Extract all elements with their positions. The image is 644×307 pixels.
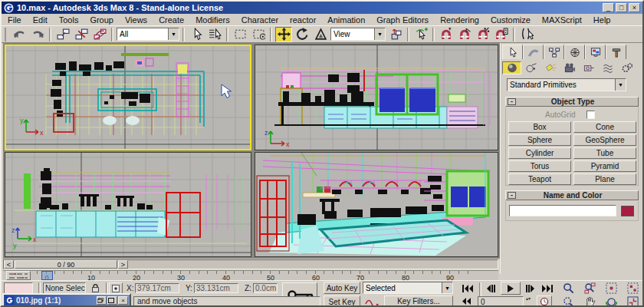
z-coordinate-field[interactable]: 0.0cm (253, 283, 278, 293)
minimized-render-window[interactable]: 010.jpg (1:1) × (2, 293, 131, 307)
go-to-start-icon[interactable] (459, 282, 476, 294)
key-mode-toggle-icon[interactable] (459, 295, 475, 307)
arc-rotate-icon[interactable] (601, 295, 621, 307)
geometry-category-icon[interactable] (502, 61, 521, 74)
maximize-window-icon[interactable] (107, 296, 117, 305)
helpers-category-icon[interactable] (579, 61, 598, 74)
menu-item-views[interactable]: Views (125, 15, 147, 25)
select-by-name-icon[interactable] (206, 27, 223, 42)
bind-to-space-warp-icon[interactable] (91, 27, 108, 42)
redo-icon[interactable] (29, 27, 46, 42)
hierarchy-tab[interactable] (544, 45, 564, 59)
previous-frame-button[interactable]: < (4, 260, 14, 269)
percent-snap-toggle-icon[interactable] (475, 27, 491, 42)
angle-snap-toggle-icon[interactable] (456, 27, 473, 42)
default-in-out-tangents-icon[interactable] (363, 295, 381, 307)
plane-button[interactable]: Plane (573, 173, 636, 185)
selection-lock-icon[interactable] (89, 282, 102, 294)
zoom-icon[interactable] (558, 282, 578, 294)
previous-frame-step-icon[interactable] (482, 282, 499, 294)
y-coordinate-field[interactable]: 33.131cm (194, 283, 238, 293)
dropdown-arrow-icon[interactable]: ▼ (168, 28, 179, 40)
object-color-swatch[interactable] (621, 206, 634, 216)
next-frame-button[interactable]: > (118, 260, 128, 269)
selection-filter-dropdown[interactable]: All ▼ (117, 28, 179, 41)
select-and-link-icon[interactable] (54, 27, 71, 42)
set-key-button[interactable]: Set Key (324, 295, 360, 307)
cylinder-button[interactable]: Cylinder (508, 147, 571, 159)
viewport-bottom-left[interactable]: z y x (5, 152, 251, 257)
create-tab[interactable] (502, 45, 523, 59)
collapse-rollout-icon[interactable]: - (508, 192, 516, 199)
menu-item-character[interactable]: Character (242, 15, 278, 25)
zoom-extents-icon[interactable] (601, 282, 621, 294)
shapes-category-icon[interactable] (521, 61, 540, 74)
undo-icon[interactable] (11, 27, 28, 42)
menu-item-tools[interactable]: Tools (59, 15, 79, 25)
zoom-all-icon[interactable] (580, 282, 600, 294)
open-mini-curve-editor-button[interactable] (6, 271, 31, 280)
menu-item-graph-editors[interactable]: Graph Editors (376, 15, 429, 25)
pan-view-icon[interactable] (580, 295, 600, 307)
display-tab[interactable] (585, 45, 606, 59)
spinner-snap-toggle-icon[interactable] (493, 27, 510, 42)
object-type-rollout-header[interactable]: - Object Type (505, 97, 639, 107)
menu-item-edit[interactable]: Edit (33, 15, 48, 25)
menu-item-maxscript[interactable]: MAXScript (542, 15, 582, 25)
reference-coordinate-system-dropdown[interactable]: View ▼ (330, 28, 386, 41)
menu-item-rendering[interactable]: Rendering (440, 15, 479, 25)
close-button[interactable]: × (629, 3, 640, 12)
menu-item-modifiers[interactable]: Modifiers (196, 15, 230, 25)
close-window-icon[interactable]: × (118, 296, 128, 305)
region-zoom-icon[interactable] (558, 295, 578, 307)
torus-button[interactable]: Torus (508, 160, 571, 172)
box-button[interactable]: Box (508, 121, 571, 133)
go-to-end-icon[interactable] (539, 282, 556, 294)
select-and-move-icon[interactable] (275, 27, 292, 42)
cone-button[interactable]: Cone (573, 121, 636, 133)
maximize-button[interactable]: □ (616, 3, 627, 12)
key-filters-button[interactable]: Key Filters... (384, 295, 453, 307)
collapse-rollout-icon[interactable]: - (508, 98, 516, 105)
absolute-mode-transform-icon[interactable] (109, 282, 123, 294)
viewport-top-left[interactable]: y x (5, 45, 251, 150)
snap-toggle-icon[interactable] (438, 27, 455, 42)
spinner-down-icon[interactable]: ▾ (528, 296, 531, 301)
geosphere-button[interactable]: GeoSphere (573, 134, 636, 146)
rectangular-selection-region-icon[interactable] (232, 27, 248, 42)
unlink-selection-icon[interactable] (73, 27, 90, 42)
lights-category-icon[interactable] (540, 61, 560, 74)
time-slider-handle[interactable]: 0 / 90 (15, 260, 117, 269)
select-object-icon[interactable] (188, 27, 205, 42)
frame-spinner[interactable]: ▴▾ (524, 296, 532, 307)
systems-category-icon[interactable] (617, 61, 636, 74)
restore-window-icon[interactable] (97, 296, 107, 305)
teapot-button[interactable]: Teapot (508, 173, 571, 185)
min-max-toggle-icon[interactable] (623, 295, 642, 307)
viewport-bottom-right[interactable] (255, 152, 498, 257)
pyramid-button[interactable]: Pyramid (573, 160, 636, 172)
object-category-dropdown[interactable]: Standard Primitives ▼ (507, 78, 626, 91)
menu-item-reactor[interactable]: reactor (290, 15, 316, 25)
viewport-top-right[interactable]: z x (255, 45, 498, 150)
play-animation-button[interactable] (501, 282, 521, 295)
maxscript-mini-listener[interactable] (4, 282, 33, 294)
object-name-input[interactable] (509, 205, 616, 216)
toolbar-grip[interactable] (5, 28, 8, 41)
key-mode-selection-dropdown[interactable]: Selected ▼ (363, 282, 453, 294)
title-bar[interactable]: 10.max - Autodesk 3ds Max 8 - Stand-alon… (2, 2, 642, 14)
sphere-button[interactable]: Sphere (508, 134, 571, 146)
select-and-manipulate-icon[interactable] (412, 27, 429, 42)
dropdown-arrow-icon[interactable]: ▼ (442, 282, 452, 293)
x-coordinate-field[interactable]: 379.17cm (135, 283, 179, 293)
zoom-extents-all-icon[interactable] (623, 282, 642, 294)
window-crossing-toggle-icon[interactable] (250, 27, 267, 42)
next-frame-step-icon[interactable] (522, 282, 539, 294)
menu-item-file[interactable]: File (8, 15, 21, 25)
current-frame-marker[interactable] (41, 271, 53, 280)
menu-item-customize[interactable]: Customize (491, 15, 531, 25)
current-frame-field[interactable] (478, 296, 524, 307)
named-selection-sets-icon[interactable] (518, 27, 535, 42)
menu-item-help[interactable]: Help (593, 15, 611, 25)
tube-button[interactable]: Tube (573, 147, 636, 159)
